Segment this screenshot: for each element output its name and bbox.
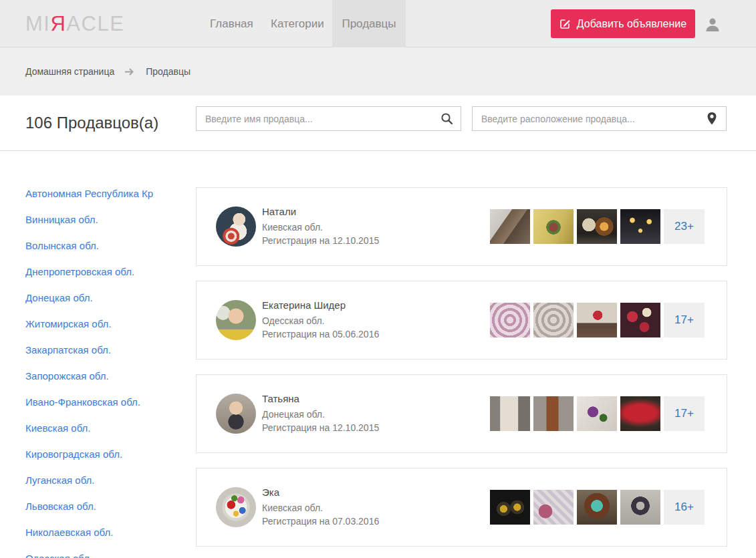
seller-registration: Регистрация на 12.10.2015 bbox=[262, 421, 379, 434]
breadcrumb-arrow-icon bbox=[125, 68, 135, 76]
seller-list: Натали Киевская обл. Регистрация на 12.1… bbox=[196, 187, 727, 558]
seller-avatar[interactable] bbox=[216, 394, 256, 434]
add-listing-label: Добавить объявление bbox=[577, 18, 686, 30]
seller-info: Эка Киевская обл. Регистрация на 07.03.2… bbox=[262, 486, 379, 528]
sidebar-item-region[interactable]: Закарпатская обл. bbox=[25, 345, 154, 355]
sidebar-item-region[interactable]: Винницкая обл. bbox=[25, 215, 154, 225]
nav-item-categories[interactable]: Категории bbox=[271, 0, 324, 47]
product-thumbnail[interactable] bbox=[620, 303, 660, 337]
seller-location: Киевская обл. bbox=[262, 221, 379, 234]
seller-location-search bbox=[472, 106, 727, 131]
search-icon bbox=[440, 112, 453, 125]
product-thumbnail[interactable] bbox=[533, 303, 574, 337]
seller-name[interactable]: Екатерина Шидер bbox=[262, 299, 379, 311]
seller-name-input[interactable] bbox=[197, 107, 432, 130]
sidebar-item-region[interactable]: Донецкая обл. bbox=[25, 293, 154, 303]
logo-suffix: ACLE bbox=[66, 12, 124, 35]
page-title: 106 Продавцов(а) bbox=[25, 114, 158, 132]
results-toolbar: 106 Продавцов(а) bbox=[0, 96, 756, 151]
product-thumbnail[interactable] bbox=[490, 303, 530, 337]
seller-products: 23+ bbox=[490, 209, 705, 244]
sidebar-item-region[interactable]: Запорожская обл. bbox=[25, 371, 154, 381]
seller-info: Натали Киевская обл. Регистрация на 12.1… bbox=[262, 206, 379, 247]
seller-name[interactable]: Татьяна bbox=[262, 393, 379, 404]
breadcrumb: Домашняя страница Продавцы bbox=[0, 47, 756, 96]
sidebar-item-region[interactable]: Луганская обл. bbox=[25, 475, 154, 485]
logo-accent: Я bbox=[50, 12, 66, 35]
sidebar-item-region[interactable]: Автономная Республика Крым bbox=[25, 188, 154, 198]
seller-location: Донецкая обл. bbox=[262, 408, 379, 421]
product-thumbnail[interactable] bbox=[533, 396, 574, 431]
seller-avatar[interactable] bbox=[216, 300, 256, 340]
seller-location: Киевская обл. bbox=[262, 501, 379, 515]
product-thumbnail[interactable] bbox=[533, 209, 574, 244]
breadcrumb-home[interactable]: Домашняя страница bbox=[25, 66, 114, 77]
product-thumbnail[interactable] bbox=[577, 303, 617, 337]
sidebar-item-region[interactable]: Львовская обл. bbox=[25, 501, 154, 511]
sidebar-item-region[interactable]: Николаевская обл. bbox=[25, 527, 154, 537]
seller-registration: Регистрация на 12.10.2015 bbox=[262, 234, 379, 247]
more-products-badge[interactable]: 17+ bbox=[664, 303, 705, 337]
edit-icon bbox=[559, 18, 571, 29]
product-thumbnail[interactable] bbox=[620, 490, 660, 525]
product-thumbnail[interactable] bbox=[620, 209, 660, 244]
seller-avatar[interactable] bbox=[216, 487, 256, 527]
nav-item-sellers-active[interactable]: Продавцы bbox=[332, 0, 406, 47]
seller-location: Одесская обл. bbox=[262, 314, 379, 327]
sidebar-item-region[interactable]: Днепропетровская обл. bbox=[25, 267, 154, 277]
user-icon bbox=[705, 17, 722, 33]
seller-info: Екатерина Шидер Одесская обл. Регистраци… bbox=[262, 299, 379, 341]
main-content: Автономная Республика Крым Винницкая обл… bbox=[0, 151, 756, 557]
seller-products: 16+ bbox=[490, 490, 705, 525]
breadcrumb-current: Продавцы bbox=[146, 66, 191, 77]
seller-products: 17+ bbox=[490, 396, 705, 431]
seller-location-input[interactable] bbox=[473, 107, 698, 130]
sidebar-item-region[interactable]: Житомирская обл. bbox=[25, 319, 154, 329]
sidebar-item-region[interactable]: Волынская обл. bbox=[25, 241, 154, 251]
seller-card[interactable]: Эка Киевская обл. Регистрация на 07.03.2… bbox=[196, 468, 727, 547]
sidebar-item-region[interactable]: Киевская обл. bbox=[25, 423, 154, 433]
seller-name[interactable]: Натали bbox=[262, 206, 379, 217]
search-submit-button[interactable] bbox=[432, 107, 461, 130]
product-thumbnail[interactable] bbox=[577, 396, 617, 431]
seller-avatar[interactable] bbox=[216, 206, 256, 247]
more-products-badge[interactable]: 23+ bbox=[664, 209, 705, 244]
product-thumbnail[interactable] bbox=[577, 209, 617, 244]
seller-registration: Регистрация на 05.06.2016 bbox=[262, 327, 379, 341]
product-thumbnail[interactable] bbox=[490, 209, 530, 244]
add-listing-button[interactable]: Добавить объявление bbox=[551, 9, 695, 38]
product-thumbnail[interactable] bbox=[490, 490, 530, 525]
seller-card[interactable]: Екатерина Шидер Одесская обл. Регистраци… bbox=[196, 281, 727, 360]
product-thumbnail[interactable] bbox=[490, 396, 530, 431]
seller-name[interactable]: Эка bbox=[262, 486, 379, 498]
site-logo[interactable]: MIЯACLE bbox=[25, 12, 124, 36]
logo-prefix: MI bbox=[25, 12, 50, 35]
seller-name-search bbox=[196, 106, 461, 131]
product-thumbnail[interactable] bbox=[533, 490, 574, 525]
sidebar-item-region[interactable]: Кировоградская обл. bbox=[25, 449, 154, 459]
map-pin-icon bbox=[707, 112, 717, 125]
top-header: MIЯACLE Главная Категории Продавцы Добав… bbox=[0, 0, 756, 47]
more-products-badge[interactable]: 17+ bbox=[664, 396, 705, 431]
seller-info: Татьяна Донецкая обл. Регистрация на 12.… bbox=[262, 393, 379, 434]
nav-item-home[interactable]: Главная bbox=[210, 0, 253, 47]
seller-products: 17+ bbox=[490, 303, 705, 337]
sidebar-item-region[interactable]: Ивано-Франковская обл. bbox=[25, 397, 154, 407]
seller-card[interactable]: Татьяна Донецкая обл. Регистрация на 12.… bbox=[196, 374, 727, 453]
more-products-badge[interactable]: 16+ bbox=[664, 490, 705, 525]
region-filter-list: Автономная Республика Крым Винницкая обл… bbox=[25, 188, 154, 558]
sidebar-item-region[interactable]: Одесская обл. bbox=[25, 553, 154, 558]
seller-card[interactable]: Натали Киевская обл. Регистрация на 12.1… bbox=[196, 187, 727, 266]
product-thumbnail[interactable] bbox=[577, 490, 617, 525]
seller-registration: Регистрация на 07.03.2016 bbox=[262, 515, 379, 528]
location-submit-button[interactable] bbox=[698, 107, 726, 130]
product-thumbnail[interactable] bbox=[620, 396, 660, 431]
user-account-button[interactable] bbox=[705, 16, 722, 33]
